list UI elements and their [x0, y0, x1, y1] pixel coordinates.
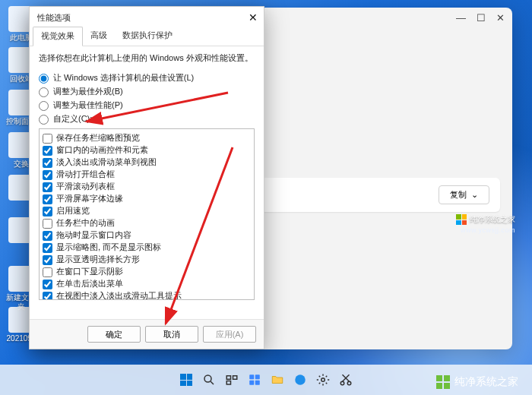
- radio-option[interactable]: 让 Windows 选择计算机的最佳设置(L): [39, 72, 255, 84]
- copy-button[interactable]: 复制⌄: [439, 185, 489, 204]
- site-watermark: 纯净系统之家: [436, 375, 518, 389]
- window-controls: — ☐ ✕: [456, 12, 505, 24]
- explorer-icon[interactable]: [268, 370, 287, 390]
- search-icon[interactable]: [199, 370, 219, 390]
- checkbox-option[interactable]: 显示亚透明选择长方形: [43, 254, 251, 265]
- checkbox-option[interactable]: 任务栏中的动画: [43, 217, 251, 229]
- tab-advanced[interactable]: 高级: [83, 27, 115, 46]
- checkbox-option[interactable]: 窗口内的动画控件和元素: [43, 144, 251, 156]
- dialog-title: 性能选项: [37, 12, 71, 24]
- checkbox-option[interactable]: 保存任务栏缩略图预览: [43, 132, 251, 144]
- widgets-icon[interactable]: [245, 370, 264, 390]
- checkbox-option[interactable]: 在视图中淡入淡出或滑动工具提示: [43, 290, 251, 300]
- dialog-tabs: 视觉效果 高级 数据执行保护: [30, 27, 264, 46]
- dialog-intro: 选择你想在此计算机上使用的 Windows 外观和性能设置。: [39, 52, 255, 64]
- tab-visual-effects[interactable]: 视觉效果: [33, 27, 83, 46]
- svg-rect-6: [226, 381, 230, 385]
- ok-button[interactable]: 确定: [87, 326, 141, 343]
- checkbox-option[interactable]: 启用速览: [43, 205, 251, 216]
- svg-point-14: [347, 381, 351, 385]
- apply-button[interactable]: 应用(A): [203, 326, 256, 343]
- desktop: 此电脑 回收站 控制面板 交换 新建文件夹 2021091 — ☐ ✕ 系统 关…: [0, 0, 532, 395]
- radio-option[interactable]: 自定义(C):: [39, 113, 255, 125]
- edge-icon[interactable]: [290, 370, 310, 390]
- svg-point-11: [295, 374, 306, 385]
- svg-point-12: [321, 378, 325, 382]
- svg-rect-8: [255, 374, 260, 379]
- svg-point-2: [204, 375, 211, 382]
- cancel-button[interactable]: 取消: [145, 326, 198, 343]
- settings-icon[interactable]: [313, 370, 333, 390]
- windows-logo-icon: [456, 214, 467, 225]
- tab-dep[interactable]: 数据执行保护: [115, 27, 180, 46]
- checkbox-option[interactable]: 在窗口下显示阴影: [43, 266, 251, 277]
- minimize-icon[interactable]: —: [456, 12, 466, 24]
- radio-option[interactable]: 调整为最佳性能(P): [39, 100, 255, 111]
- maximize-icon[interactable]: ☐: [477, 12, 486, 24]
- svg-rect-10: [255, 381, 260, 385]
- checkbox-option[interactable]: 淡入淡出或滑动菜单到视图: [43, 156, 251, 168]
- task-view-icon[interactable]: [222, 370, 242, 390]
- watermark: 纯净系统之家: [456, 214, 515, 225]
- svg-rect-7: [249, 374, 254, 379]
- checkbox-option[interactable]: 在单击后淡出菜单: [43, 278, 251, 289]
- checkbox-option[interactable]: 平滑滚动列表框: [43, 181, 251, 192]
- checkbox-option[interactable]: 显示缩略图, 而不是显示图标: [43, 242, 251, 253]
- site-logo-icon: [436, 375, 450, 389]
- chevron-down-icon: ⌄: [471, 190, 478, 200]
- checkbox-option[interactable]: 平滑屏幕字体边缘: [43, 193, 251, 204]
- snip-icon[interactable]: [336, 370, 356, 390]
- radio-option[interactable]: 调整为最佳外观(B): [39, 86, 255, 97]
- svg-rect-5: [233, 376, 237, 380]
- checkbox-option[interactable]: 滑动打开组合框: [43, 169, 251, 180]
- close-icon[interactable]: ✕: [249, 11, 258, 24]
- checkbox-list: 保存任务栏缩略图预览窗口内的动画控件和元素淡入淡出或滑动菜单到视图滑动打开组合框…: [39, 128, 255, 300]
- performance-options-dialog: 性能选项 ✕ 视觉效果 高级 数据执行保护 选择你想在此计算机上使用的 Wind…: [29, 6, 264, 349]
- start-button[interactable]: [176, 370, 196, 390]
- close-icon[interactable]: ✕: [496, 12, 505, 24]
- checkbox-option[interactable]: 拖动时显示窗口内容: [43, 229, 251, 241]
- watermark-url: www.ycwsjj.com: [461, 226, 515, 234]
- svg-line-3: [211, 381, 214, 384]
- svg-point-13: [340, 381, 344, 385]
- svg-rect-4: [226, 376, 230, 380]
- radio-group: 让 Windows 选择计算机的最佳设置(L)调整为最佳外观(B)调整为最佳性能…: [39, 70, 255, 127]
- svg-rect-9: [249, 381, 254, 385]
